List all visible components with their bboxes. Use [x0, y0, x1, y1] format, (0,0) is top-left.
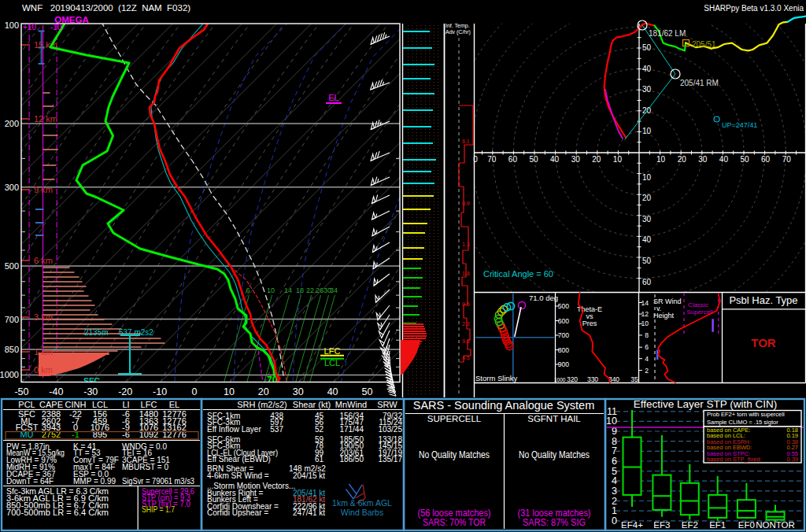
svg-text:+10: +10: [23, 23, 36, 31]
svg-text:22: 22: [306, 286, 314, 294]
svg-text:20: 20: [642, 194, 652, 202]
svg-text:Sample CLIMO = .15 sigtor: Sample CLIMO = .15 sigtor: [707, 419, 778, 426]
svg-text:70: 70: [487, 155, 497, 164]
svg-text:-10: -10: [153, 386, 167, 397]
svg-text:-30: -30: [83, 386, 98, 397]
svg-text:CINH: CINH: [65, 400, 87, 409]
svg-text:18: 18: [296, 286, 304, 294]
svg-text:0.9: 0.9: [462, 201, 470, 206]
svg-text:61: 61: [315, 455, 324, 464]
svg-text:0.6: 0.6: [462, 301, 470, 307]
svg-text:2.3: 2.3: [462, 321, 470, 327]
svg-text:700-500mb LR = 6.4 C/km: 700-500mb LR = 6.4 C/km: [6, 508, 109, 517]
svg-text:537 m2s2: 537 m2s2: [119, 328, 153, 337]
svg-text:30: 30: [293, 386, 304, 397]
svg-text:1.3: 1.3: [462, 242, 470, 247]
svg-text:EF2: EF2: [682, 520, 698, 530]
svg-text:500: 500: [5, 261, 19, 271]
svg-text:12 km: 12 km: [34, 114, 57, 124]
svg-text:50: 50: [362, 386, 373, 397]
svg-text:800: 800: [558, 346, 569, 354]
svg-text:Eff Shear (EBWD): Eff Shear (EBWD): [207, 455, 271, 464]
svg-text:4.5: 4.5: [462, 355, 470, 360]
svg-text:Effective Layer STP (with CIN): Effective Layer STP (with CIN): [634, 398, 778, 410]
svg-text:60: 60: [642, 278, 652, 286]
svg-text:EF3: EF3: [653, 520, 670, 530]
svg-text:10: 10: [224, 386, 235, 397]
svg-text:0: 0: [192, 386, 198, 397]
svg-text:UP=247/41: UP=247/41: [722, 121, 757, 129]
svg-text:LCL: LCL: [324, 358, 340, 368]
svg-text:10: 10: [642, 127, 652, 135]
svg-text:EF0: EF0: [738, 520, 755, 530]
svg-text:DownT = 64F: DownT = 64F: [6, 477, 54, 486]
svg-text:1000: 1000: [0, 370, 19, 379]
svg-text:171/44: 171/44: [339, 425, 364, 434]
svg-text:600: 600: [558, 317, 569, 325]
svg-text:SARS - Sounding Analogue Syste: SARS - Sounding Analogue System: [413, 399, 595, 412]
svg-text:20: 20: [258, 386, 269, 397]
svg-text:30: 30: [642, 215, 652, 224]
svg-text:TOR: TOR: [751, 336, 776, 349]
svg-text:LFC: LFC: [324, 346, 341, 356]
svg-text:SARS: 70% TOR: SARS: 70% TOR: [423, 517, 486, 528]
svg-text:6: 6: [645, 343, 649, 351]
svg-text:34: 34: [330, 286, 338, 294]
svg-text:30: 30: [642, 85, 652, 94]
svg-text:50: 50: [642, 257, 652, 265]
svg-text:3 km: 3 km: [34, 312, 53, 322]
svg-text:2135m: 2135m: [84, 328, 109, 337]
svg-text:4-6km SR Wind =: 4-6km SR Wind =: [207, 471, 269, 480]
svg-text:based on STP_fixed:: based on STP_fixed:: [707, 456, 762, 463]
svg-text:10: 10: [267, 286, 275, 294]
svg-text:1: 1: [612, 505, 617, 516]
svg-text:Corfidi Upshear =: Corfidi Upshear =: [207, 508, 268, 517]
svg-text:SUPERCELL: SUPERCELL: [427, 414, 482, 423]
svg-text:Height: Height: [653, 312, 675, 320]
svg-text:900: 900: [558, 360, 569, 368]
svg-text:103/25: 103/25: [378, 425, 402, 434]
svg-text:1.8: 1.8: [462, 271, 470, 276]
svg-text:10: 10: [606, 416, 617, 427]
svg-text:1 km: 1 km: [34, 347, 53, 357]
svg-text:WNF 20190413/2000 (12Z NAM: WNF 20190413/2000 (12Z NAM F032): [22, 3, 190, 13]
svg-text:Storm Slinky: Storm Slinky: [475, 374, 518, 382]
svg-text:537: 537: [270, 425, 283, 434]
svg-text:6: 6: [612, 456, 617, 467]
svg-text:320: 320: [567, 375, 578, 383]
svg-text:330: 330: [587, 375, 598, 383]
svg-text:35: 35: [630, 375, 638, 383]
svg-text:SRH (m2/s2): SRH (m2/s2): [237, 400, 287, 409]
svg-text:LCL: LCL: [92, 400, 108, 409]
svg-text:No Quality Matches: No Quality Matches: [419, 449, 490, 460]
svg-text:10: 10: [642, 173, 652, 182]
svg-text:-40: -40: [49, 386, 63, 397]
svg-text:4: 4: [645, 355, 649, 363]
svg-text:LFC: LFC: [141, 400, 157, 409]
svg-text:20: 20: [592, 155, 601, 164]
svg-text:700: 700: [5, 315, 19, 324]
svg-text:EL: EL: [328, 93, 338, 102]
svg-text:SigSvr = 79061 m3/s3: SigSvr = 79061 m3/s3: [122, 477, 194, 486]
svg-text:12776: 12776: [162, 430, 187, 439]
svg-text:CAPE: CAPE: [39, 400, 63, 409]
svg-text:MU: MU: [20, 430, 33, 439]
svg-text:204/15 kt: 204/15 kt: [293, 471, 325, 480]
svg-text:EL: EL: [169, 400, 179, 409]
svg-text:52: 52: [315, 425, 324, 434]
svg-text:2: 2: [612, 496, 617, 507]
svg-text:895: 895: [93, 430, 107, 439]
svg-text:205/41 RM: 205/41 RM: [680, 79, 719, 87]
svg-text:EF1: EF1: [709, 520, 726, 530]
svg-text:PCL: PCL: [18, 400, 35, 409]
svg-text:100: 100: [5, 20, 19, 30]
svg-text:6: 6: [246, 286, 250, 294]
svg-text:20: 20: [678, 155, 687, 164]
svg-text:500: 500: [558, 302, 569, 310]
svg-text:6 km: 6 km: [34, 256, 53, 265]
svg-text:-50: -50: [14, 386, 28, 397]
svg-text:MMP = 0.99: MMP = 0.99: [73, 477, 116, 486]
svg-text:60: 60: [508, 155, 518, 164]
svg-text:2752: 2752: [42, 430, 61, 439]
svg-text:LI: LI: [122, 400, 129, 409]
